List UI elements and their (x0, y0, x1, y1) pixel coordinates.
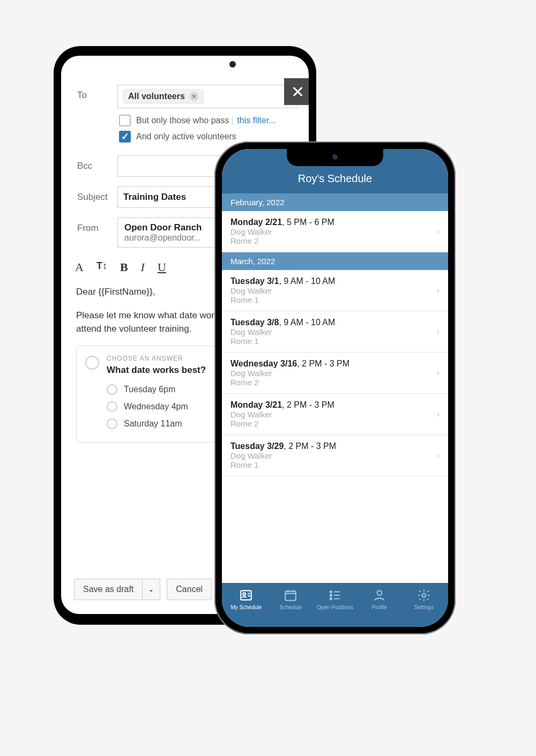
chevron-right-icon: › (437, 410, 440, 418)
schedule-item-datetime: Wednesday 3/16, 2 PM - 3 PM (230, 359, 440, 369)
svg-point-1 (243, 593, 246, 595)
tab-open-positions[interactable]: Open Positions (313, 587, 358, 610)
tab-schedule[interactable]: Schedule (269, 587, 313, 610)
schedule-item-room: Rome 1 (230, 295, 440, 304)
bcc-label: Bcc (77, 155, 117, 171)
filter-pass-checkbox[interactable] (119, 115, 131, 126)
schedule-item-room: Rome 1 (230, 336, 440, 346)
save-draft-split-button: Save as draft ⌄ (74, 579, 160, 600)
font-family-button[interactable]: A (75, 260, 84, 274)
schedule-item[interactable]: Tuesday 3/29, 2 PM - 3 PMDog WalkerRome … (222, 435, 448, 476)
tab-label: Profile (357, 604, 401, 610)
subject-label: Subject (77, 186, 117, 203)
poll-icon (85, 356, 99, 370)
close-button[interactable]: ✕ (284, 78, 309, 105)
chevron-right-icon: › (437, 227, 440, 236)
filter-pass-row: But only those who pass this filter... (119, 115, 309, 126)
schedule-item-datetime: Monday 3/21, 2 PM - 3 PM (230, 400, 440, 410)
schedule-item[interactable]: Monday 2/21, 5 PM - 6 PMDog WalkerRome 2… (222, 211, 448, 252)
schedule-item-role: Dog Walker (230, 410, 440, 419)
tab-label: Schedule (269, 604, 313, 610)
schedule-item-role: Dog Walker (230, 451, 440, 460)
schedule-item[interactable]: Tuesday 3/1, 9 AM - 10 AMDog WalkerRome … (222, 270, 448, 311)
schedule-item-role: Dog Walker (230, 227, 440, 236)
schedule-item-datetime: Tuesday 3/29, 2 PM - 3 PM (230, 441, 440, 451)
recipient-chip[interactable]: All volunteers ✕ (123, 89, 204, 103)
tab-settings[interactable]: Settings (401, 587, 446, 610)
poll-question: What date works best? (107, 363, 206, 377)
schedule-list: February, 2022Monday 2/21, 5 PM - 6 PMDo… (222, 193, 448, 476)
poll-option-label: Saturday 11am (124, 417, 182, 430)
filter-link[interactable]: this filter... (232, 116, 276, 125)
schedule-item-role: Dog Walker (230, 286, 440, 295)
schedule-item-datetime: Monday 2/21, 5 PM - 6 PM (230, 218, 440, 227)
schedule-item-datetime: Tuesday 3/1, 9 AM - 10 AM (230, 276, 440, 286)
month-header: March, 2022 (222, 252, 448, 270)
tab-bar: My Schedule Schedule Open Positions Prof… (222, 583, 448, 627)
schedule-item-room: Rome 2 (230, 419, 440, 428)
save-draft-button[interactable]: Save as draft (74, 579, 142, 600)
chevron-right-icon: › (437, 369, 440, 377)
chevron-down-icon: ⌄ (148, 586, 154, 593)
tab-my-schedule[interactable]: My Schedule (224, 587, 269, 610)
from-label: From (77, 218, 117, 234)
schedule-item-datetime: Tuesday 3/8, 9 AM - 10 AM (230, 318, 440, 327)
notch (287, 149, 383, 166)
person-icon (357, 587, 401, 603)
filter-active-checkbox[interactable] (119, 131, 131, 143)
save-draft-caret[interactable]: ⌄ (142, 579, 160, 600)
tab-label: My Schedule (224, 604, 269, 610)
schedule-screen: Roy's Schedule February, 2022Monday 2/21… (222, 149, 448, 627)
italic-button[interactable]: I (141, 260, 145, 274)
radio-icon (107, 401, 117, 412)
cancel-button[interactable]: Cancel (167, 579, 212, 600)
iphone-frame: Roy's Schedule February, 2022Monday 2/21… (214, 141, 456, 634)
calendar-icon (269, 587, 313, 603)
svg-point-4 (330, 594, 332, 596)
month-header: February, 2022 (222, 193, 448, 211)
schedule-item-role: Dog Walker (230, 327, 440, 336)
to-field[interactable]: All volunteers ✕ (117, 85, 298, 108)
to-row: To All volunteers ✕ (61, 81, 309, 111)
schedule-item-room: Rome 2 (230, 378, 440, 387)
chevron-right-icon: › (437, 327, 440, 336)
filter-active-row: And only active volunteers (119, 131, 309, 143)
tab-label: Settings (401, 604, 446, 610)
font-size-button[interactable]: T↕ (96, 260, 107, 274)
svg-point-3 (330, 591, 332, 593)
schedule-item[interactable]: Wednesday 3/16, 2 PM - 3 PMDog WalkerRom… (222, 353, 448, 394)
svg-point-5 (330, 598, 332, 600)
close-icon: ✕ (291, 83, 304, 101)
list-icon (313, 587, 358, 603)
bold-button[interactable]: B (120, 260, 128, 274)
schedule-item[interactable]: Tuesday 3/8, 9 AM - 10 AMDog WalkerRome … (222, 311, 448, 353)
schedule-item-role: Dog Walker (230, 369, 440, 378)
recipient-chip-label: All volunteers (128, 92, 185, 101)
tab-label: Open Positions (313, 604, 358, 610)
contact-card-icon (224, 587, 269, 603)
radio-icon (107, 384, 117, 395)
schedule-item[interactable]: Monday 3/21, 2 PM - 3 PMDog WalkerRome 2… (222, 394, 448, 435)
filter-pass-text: But only those who pass (136, 116, 229, 125)
poll-option-label: Wednesday 4pm (124, 400, 188, 413)
radio-icon (107, 418, 117, 429)
gear-icon (401, 587, 446, 603)
schedule-item-room: Rome 1 (230, 460, 440, 469)
chevron-right-icon: › (437, 451, 440, 460)
poll-caption: CHOOSE AN ANSWER (107, 354, 206, 363)
svg-point-6 (377, 590, 382, 595)
chevron-right-icon: › (437, 286, 440, 295)
tab-profile[interactable]: Profile (357, 587, 401, 610)
underline-button[interactable]: U (158, 260, 166, 274)
schedule-item-room: Rome 2 (230, 236, 440, 245)
svg-point-7 (422, 594, 426, 597)
svg-rect-2 (285, 591, 296, 600)
filter-active-text: And only active volunteers (136, 132, 236, 141)
chip-remove-icon[interactable]: ✕ (189, 92, 199, 101)
to-label: To (77, 85, 117, 101)
poll-option-label: Tuesday 6pm (124, 383, 175, 396)
